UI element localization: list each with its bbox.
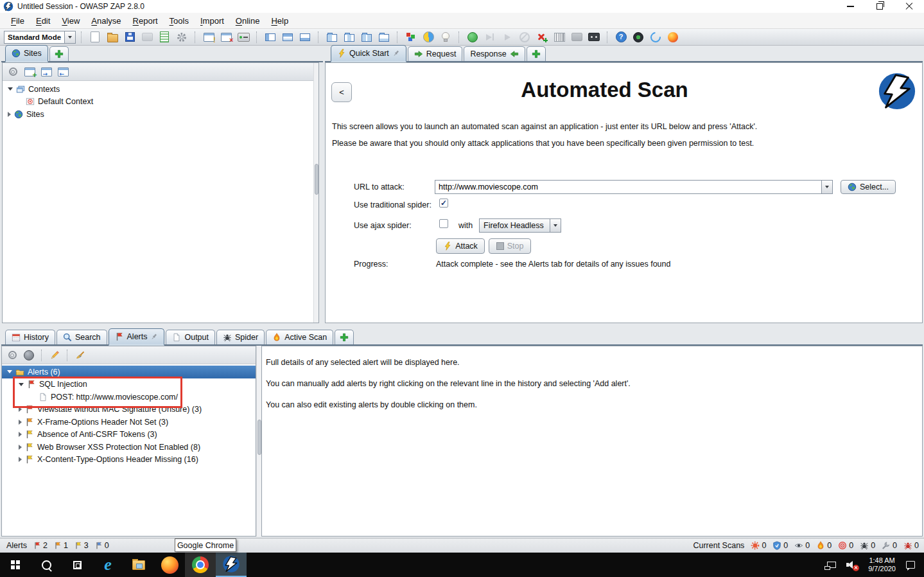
file-explorer-button[interactable] <box>123 553 154 577</box>
firefox-launch-button[interactable] <box>665 30 681 44</box>
minimize-button[interactable] <box>835 0 865 13</box>
check-updates-button[interactable] <box>421 30 436 44</box>
tab-view-d-button[interactable] <box>376 30 392 44</box>
volume-muted-icon[interactable] <box>846 560 858 569</box>
sites-add-tab-button[interactable] <box>49 46 69 61</box>
layout-full-button[interactable] <box>297 30 313 44</box>
taskbar-clock[interactable]: 1:48 AM 9/7/2020 <box>868 556 896 573</box>
menu-help[interactable]: Help <box>265 15 294 27</box>
new-session-button[interactable] <box>87 30 103 44</box>
expander-right-icon[interactable] <box>19 420 22 425</box>
tree-item-default-context[interactable]: Default Context <box>3 96 318 109</box>
tab-view-c-button[interactable] <box>359 30 374 44</box>
hud-button[interactable] <box>631 30 646 44</box>
select-button[interactable]: Select... <box>841 180 896 194</box>
tab-history[interactable]: History <box>5 330 55 344</box>
alert-row-content-type[interactable]: X-Content-Type-Options Header Missing (1… <box>2 454 256 466</box>
expander-right-icon[interactable] <box>19 457 22 462</box>
expander-right-icon[interactable] <box>19 445 22 450</box>
edit-alert-button[interactable] <box>47 348 62 362</box>
action-center-icon[interactable] <box>906 561 915 569</box>
sites-scrollbar-thumb[interactable] <box>315 164 318 195</box>
internet-explorer-button[interactable]: e <box>92 553 123 577</box>
tab-view-b-button[interactable] <box>342 30 357 44</box>
task-view-button[interactable] <box>62 553 92 577</box>
menu-edit[interactable]: Edit <box>30 15 56 27</box>
options-button[interactable] <box>174 30 189 44</box>
menu-file[interactable]: File <box>5 15 30 27</box>
workspace-add-tab-button[interactable] <box>527 46 546 61</box>
alerts-scope-button[interactable] <box>4 348 20 362</box>
continue-button[interactable] <box>500 30 515 44</box>
expander-down-icon[interactable] <box>7 370 12 373</box>
step-button[interactable] <box>482 30 498 44</box>
scan-policy-button[interactable] <box>569 30 584 44</box>
layout-left-button[interactable] <box>263 30 278 44</box>
help-button[interactable] <box>613 30 629 44</box>
url-dropdown-button[interactable] <box>821 181 832 193</box>
bottom-add-tab-button[interactable] <box>335 330 354 344</box>
mode-select[interactable]: Standard Mode <box>4 31 76 44</box>
tab-search[interactable]: Search <box>57 330 107 344</box>
session-properties-button[interactable] <box>201 30 216 44</box>
import-context-button[interactable] <box>39 65 54 79</box>
stop-button[interactable]: Stop <box>489 238 531 254</box>
new-context-button[interactable] <box>22 65 37 79</box>
firefox-taskbar-button[interactable] <box>154 553 185 577</box>
tab-quick-start[interactable]: Quick Start <box>331 45 406 62</box>
browser-select[interactable]: Firefox Headless <box>479 218 561 233</box>
export-context-button[interactable] <box>55 65 71 79</box>
menu-analyse[interactable]: Analyse <box>85 15 126 27</box>
session-scope-button[interactable] <box>218 30 234 44</box>
tab-view-a-button[interactable] <box>324 30 340 44</box>
filter-button[interactable] <box>552 30 567 44</box>
start-button[interactable] <box>0 553 31 577</box>
menu-import[interactable]: Import <box>195 15 230 27</box>
menu-online[interactable]: Online <box>230 15 266 27</box>
url-input[interactable] <box>435 182 821 191</box>
mode-toggle-button[interactable] <box>236 30 251 44</box>
tab-spider[interactable]: Spider <box>216 330 265 344</box>
tab-active-scan[interactable]: Active Scan <box>266 330 333 344</box>
menu-report[interactable]: Report <box>127 15 164 27</box>
tab-sites[interactable]: Sites <box>5 45 48 62</box>
alert-row-xss-protection[interactable]: Web Browser XSS Protection Not Enabled (… <box>2 441 256 454</box>
browser-launch-button[interactable] <box>648 30 663 44</box>
ajax-spider-checkbox[interactable] <box>439 219 448 228</box>
tree-item-contexts[interactable]: Contexts <box>3 83 318 96</box>
tab-response[interactable]: Response <box>464 46 525 61</box>
expander-right-icon[interactable] <box>8 112 11 117</box>
record-button[interactable] <box>465 30 480 44</box>
expander-right-icon[interactable] <box>19 432 22 437</box>
sites-scope-button[interactable] <box>5 65 21 79</box>
script-console-button[interactable] <box>586 30 602 44</box>
expander-down-icon[interactable] <box>8 87 13 91</box>
zap-taskbar-button[interactable] <box>216 553 247 577</box>
traditional-spider-checkbox[interactable] <box>439 199 448 208</box>
close-button[interactable] <box>894 0 924 13</box>
persist-session-button[interactable] <box>122 30 137 44</box>
alert-row-xframe[interactable]: X-Frame-Options Header Not Set (3) <box>2 416 256 429</box>
manage-addons-button[interactable] <box>403 30 419 44</box>
network-icon[interactable] <box>827 562 836 568</box>
menu-tools[interactable]: Tools <box>164 15 195 27</box>
restore-button[interactable] <box>865 0 894 13</box>
generate-report-button[interactable] <box>157 30 172 44</box>
clear-alerts-button[interactable] <box>73 348 88 362</box>
attack-button[interactable]: Attack <box>436 238 485 254</box>
menu-view[interactable]: View <box>56 15 85 27</box>
alerts-globe-button[interactable] <box>21 348 37 362</box>
alert-row-csrf[interactable]: Absence of Anti-CSRF Tokens (3) <box>2 429 256 441</box>
stop-button-toolbar[interactable] <box>517 30 532 44</box>
sites-scrollbar[interactable] <box>313 63 318 323</box>
browser-select-arrow[interactable] <box>550 219 561 232</box>
alerts-scrollbar[interactable] <box>256 346 261 537</box>
break-add-button[interactable] <box>534 30 550 44</box>
mode-select-arrow[interactable] <box>64 31 75 43</box>
taskbar-search-button[interactable] <box>31 553 62 577</box>
tab-request[interactable]: Request <box>408 46 463 61</box>
chrome-taskbar-button[interactable] <box>185 553 216 577</box>
tab-alerts[interactable]: Alerts <box>109 328 165 346</box>
snapshot-session-button[interactable] <box>139 30 155 44</box>
tree-item-sites[interactable]: Sites <box>3 108 318 121</box>
